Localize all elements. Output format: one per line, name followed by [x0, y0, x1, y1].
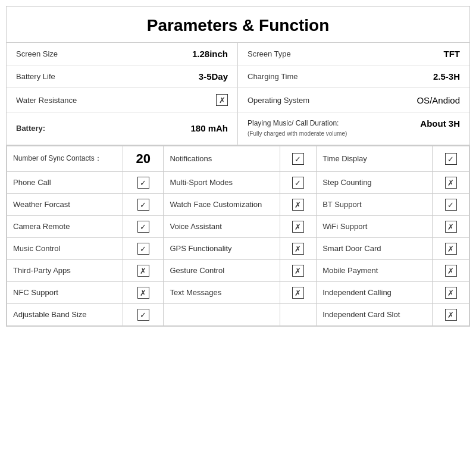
table-row-nfc: NFC Support Text Messages Independent Ca…	[7, 281, 469, 303]
table-row-third-party: Third-Party Apps Gesture Control Mobile …	[7, 259, 469, 281]
features-table: Number of Sync Contacts： 20 Notification…	[7, 146, 469, 326]
battery-mah-value: 180 mAh	[190, 123, 228, 133]
gps-label: GPS Functionality	[164, 237, 280, 259]
spec-battery-life: Battery Life 3-5Day	[7, 65, 238, 88]
gesture-control-label: Gesture Control	[164, 259, 280, 281]
charging-time-label: Charging Time	[248, 72, 433, 81]
empty-label-1	[164, 303, 280, 325]
phone-call-check	[123, 171, 164, 193]
spec-screen-type: Screen Type TFT	[238, 43, 469, 65]
watch-face-label: Watch Face Customization	[164, 193, 280, 215]
battery-mah-label: Battery:	[16, 124, 190, 133]
page-container: Parameters & Function Screen Size 1.28in…	[6, 6, 470, 327]
sync-contacts-label: Number of Sync Contacts：	[7, 146, 123, 171]
table-row-phone-call: Phone Call Multi-Sport Modes Step Counti…	[7, 171, 469, 193]
step-counting-check	[433, 171, 469, 193]
multi-sport-check	[280, 171, 317, 193]
independent-card-label: Independent Card Slot	[317, 303, 433, 325]
adjustable-band-label: Adjustable Band Size	[7, 303, 123, 325]
time-display-label: Time Display	[317, 146, 433, 171]
specs-section: Screen Size 1.28inch Screen Type TFT Bat…	[7, 43, 469, 146]
screen-size-label: Screen Size	[16, 49, 192, 58]
bt-support-label: BT Support	[317, 193, 433, 215]
weather-forecast-label: Weather Forcast	[7, 193, 123, 215]
spec-water-resistance: Water Resistance	[7, 88, 238, 112]
battery-life-label: Battery Life	[16, 72, 199, 81]
weather-forecast-check	[123, 193, 164, 215]
operating-system-value: OS/Andiod	[416, 95, 460, 105]
screen-type-label: Screen Type	[248, 49, 444, 58]
bt-support-check	[433, 193, 469, 215]
operating-system-label: Operating System	[248, 96, 416, 105]
mobile-payment-label: Mobile Payment	[317, 259, 433, 281]
notifications-label: Notifications	[164, 146, 280, 171]
wifi-support-check	[433, 215, 469, 237]
text-messages-check	[280, 281, 317, 303]
smart-door-label: Smart Door Card	[317, 237, 433, 259]
music-control-label: Music Control	[7, 237, 123, 259]
screen-size-value: 1.28inch	[192, 49, 228, 59]
charging-time-value: 2.5-3H	[433, 71, 460, 82]
water-resistance-label: Water Resistance	[16, 96, 216, 105]
playing-music-label: Playing Music/ Call Duration: (Fully cha…	[248, 118, 420, 139]
nfc-support-check	[123, 281, 164, 303]
third-party-check	[123, 259, 164, 281]
voice-assistant-label: Voice Assistant	[164, 215, 280, 237]
watch-face-check	[280, 193, 317, 215]
independent-calling-label: Independent Calling	[317, 281, 433, 303]
multi-sport-label: Multi-Sport Modes	[164, 171, 280, 193]
notifications-check	[280, 146, 317, 171]
phone-call-label: Phone Call	[7, 171, 123, 193]
camera-remote-check	[123, 215, 164, 237]
gesture-control-check	[280, 259, 317, 281]
page-title: Parameters & Function	[7, 7, 469, 43]
water-resistance-check	[216, 94, 228, 106]
screen-type-value: TFT	[444, 49, 461, 59]
camera-remote-label: Camera Remote	[7, 215, 123, 237]
spec-playing-music: Playing Music/ Call Duration: (Fully cha…	[238, 112, 469, 145]
time-display-check	[433, 146, 469, 171]
independent-calling-check	[433, 281, 469, 303]
table-row-sync: Number of Sync Contacts： 20 Notification…	[7, 146, 469, 171]
voice-assistant-check	[280, 215, 317, 237]
spec-charging-time: Charging Time 2.5-3H	[238, 65, 469, 88]
sync-contacts-value: 20	[123, 146, 164, 171]
playing-music-value: About 3H	[420, 118, 460, 129]
table-row-weather: Weather Forcast Watch Face Customization…	[7, 193, 469, 215]
gps-check	[280, 237, 317, 259]
wifi-support-label: WiFi Support	[317, 215, 433, 237]
music-control-check	[123, 237, 164, 259]
nfc-support-label: NFC Support	[7, 281, 123, 303]
adjustable-band-check	[123, 303, 164, 325]
text-messages-label: Text Messages	[164, 281, 280, 303]
smart-door-check	[433, 237, 469, 259]
table-row-music: Music Control GPS Functionality Smart Do…	[7, 237, 469, 259]
table-row-camera: Camera Remote Voice Assistant WiFi Suppo…	[7, 215, 469, 237]
spec-screen-size: Screen Size 1.28inch	[7, 43, 238, 65]
battery-life-value: 3-5Day	[199, 71, 228, 82]
spec-operating-system: Operating System OS/Andiod	[238, 88, 469, 112]
empty-check-1	[280, 303, 317, 325]
spec-battery-mah: Battery: 180 mAh	[7, 112, 238, 145]
mobile-payment-check	[433, 259, 469, 281]
independent-card-check	[433, 303, 469, 325]
table-row-band: Adjustable Band Size Independent Card Sl…	[7, 303, 469, 325]
step-counting-label: Step Counting	[317, 171, 433, 193]
third-party-label: Third-Party Apps	[7, 259, 123, 281]
